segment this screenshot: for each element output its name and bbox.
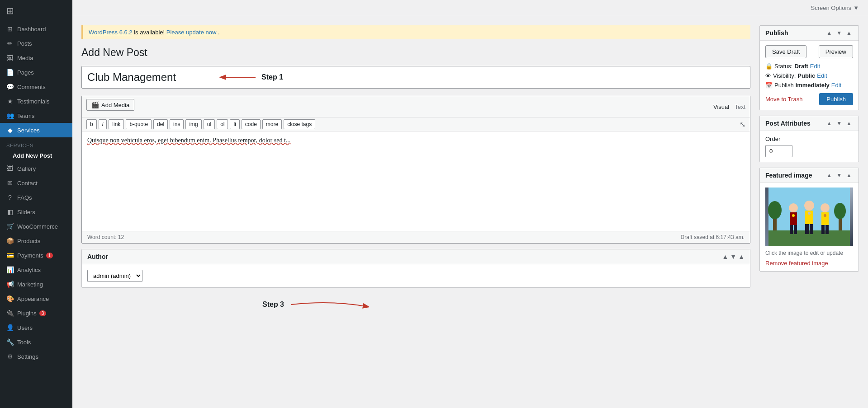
sidebar-item-label: Sliders — [17, 209, 35, 216]
sidebar-item-label: WooCommerce — [17, 223, 58, 230]
order-input[interactable] — [765, 145, 792, 157]
draft-saved: Draft saved at 6:17:43 am. — [681, 234, 745, 240]
preview-button[interactable]: Preview — [819, 45, 853, 58]
publish-panel-title: Publish — [765, 29, 788, 37]
sidebar-item-label: Gallery — [17, 165, 36, 172]
sidebar-sub-add-new-post[interactable]: Add New Post — [0, 150, 72, 161]
settings-icon: ⚙ — [6, 353, 14, 360]
status-edit-link[interactable]: Edit — [810, 63, 820, 70]
link-button[interactable]: link — [109, 119, 124, 129]
analytics-icon: 📊 — [6, 266, 14, 273]
publish-time-edit-link[interactable]: Edit — [831, 82, 841, 89]
ol-button[interactable]: ol — [217, 119, 228, 129]
sidebar-item-sliders[interactable]: ◧ Sliders — [0, 205, 72, 219]
author-expand[interactable]: ▲ — [738, 253, 745, 260]
sidebar-item-label: Appearance — [17, 295, 49, 302]
code-button[interactable]: code — [242, 119, 261, 129]
author-meta-body: admin (admin) — [82, 264, 750, 287]
bold-button[interactable]: b — [86, 119, 97, 129]
fullscreen-icon[interactable]: ⤡ — [740, 121, 745, 128]
featured-image-header: Featured image ▲ ▼ ▲ — [760, 168, 859, 183]
author-meta-controls: ▲ ▼ ▲ — [722, 253, 745, 260]
sidebar-item-marketing[interactable]: 📢 Marketing — [0, 277, 72, 291]
post-title-input[interactable] — [81, 66, 750, 89]
editor-body[interactable]: Quisque non vehicula eros, eget bibendum… — [82, 131, 750, 231]
ins-button[interactable]: ins — [170, 119, 184, 129]
sidebar-item-users[interactable]: 👤 Users — [0, 320, 72, 335]
sidebar-item-teams[interactable]: 👥 Teams — [0, 108, 72, 123]
sidebar-item-comments[interactable]: 💬 Comments — [0, 80, 72, 94]
payments-badge: 1 — [46, 253, 53, 258]
feat-img-collapse[interactable]: ▲ — [845, 172, 853, 179]
sidebar-item-testimonials[interactable]: ★ Testimonials — [0, 94, 72, 108]
sidebar-item-label: Marketing — [17, 281, 43, 288]
sidebar-section-services: Services — [0, 137, 72, 150]
feat-img-up[interactable]: ▲ — [825, 172, 833, 179]
author-select[interactable]: admin (admin) — [87, 270, 142, 282]
more-button[interactable]: more — [262, 119, 282, 129]
appearance-icon: 🎨 — [6, 295, 14, 302]
sidebar-item-plugins[interactable]: 🔌 Plugins 3 — [0, 306, 72, 320]
feat-img-down[interactable]: ▼ — [835, 172, 843, 179]
sidebar-item-products[interactable]: 📦 Products — [0, 234, 72, 248]
publish-panel-header: Publish ▲ ▼ ▲ — [760, 26, 859, 41]
move-to-trash-link[interactable]: Move to Trash — [765, 96, 802, 103]
attrs-up[interactable]: ▲ — [825, 120, 833, 127]
sidebar-item-analytics[interactable]: 📊 Analytics — [0, 263, 72, 277]
sidebar-item-gallery[interactable]: 🖼 Gallery — [0, 161, 72, 176]
sidebar-item-woocommerce[interactable]: 🛒 WooCommerce — [0, 219, 72, 234]
publish-panel-down[interactable]: ▼ — [835, 29, 843, 37]
author-collapse-up[interactable]: ▲ — [722, 253, 728, 260]
save-draft-button[interactable]: Save Draft — [765, 45, 806, 58]
sidebar-item-posts[interactable]: ✏ Posts — [0, 36, 72, 51]
sidebar-item-label: Comments — [17, 84, 46, 90]
visual-tab[interactable]: Visual — [713, 103, 729, 110]
li-button[interactable]: li — [230, 119, 239, 129]
featured-image-body: Click the image to edit or update Remove… — [760, 183, 859, 271]
sidebar-item-appearance[interactable]: 🎨 Appearance — [0, 291, 72, 306]
attrs-down[interactable]: ▼ — [835, 120, 843, 127]
italic-button[interactable]: i — [99, 119, 107, 129]
sidebar-item-media[interactable]: 🖼 Media — [0, 51, 72, 65]
bquote-button[interactable]: b-quote — [126, 119, 152, 129]
visibility-edit-link[interactable]: Edit — [817, 72, 827, 79]
add-media-button[interactable]: 🎬 Add Media — [86, 99, 134, 111]
publish-panel-collapse[interactable]: ▲ — [845, 29, 853, 37]
img-button[interactable]: img — [185, 119, 201, 129]
publish-panel-up[interactable]: ▲ — [825, 29, 833, 37]
del-button[interactable]: del — [153, 119, 168, 129]
update-notice: WordPress 6.6.2 is available! Please upd… — [81, 25, 750, 39]
page-title: Add New Post — [81, 47, 750, 59]
sidebar-item-contact[interactable]: ✉ Contact — [0, 176, 72, 190]
text-tab[interactable]: Text — [735, 103, 745, 110]
attrs-collapse[interactable]: ▲ — [845, 120, 853, 127]
author-collapse-down[interactable]: ▼ — [730, 253, 736, 260]
close-tags-button[interactable]: close tags — [284, 119, 315, 129]
featured-image-thumb[interactable] — [765, 188, 853, 246]
svg-point-10 — [834, 203, 846, 219]
author-meta-box-header[interactable]: Author ▲ ▼ ▲ — [82, 249, 750, 264]
sidebar-item-payments[interactable]: 💳 Payments 1 — [0, 248, 72, 263]
sidebar-item-label: Settings — [17, 353, 38, 360]
sidebar-item-tools[interactable]: 🔧 Tools — [0, 335, 72, 349]
sidebar-item-faqs[interactable]: ? FAQs — [0, 190, 72, 205]
ul-button[interactable]: ul — [204, 119, 215, 129]
sidebar-item-services[interactable]: ◆ Services — [0, 123, 72, 137]
sidebar-item-pages[interactable]: 📄 Pages — [0, 65, 72, 80]
author-title: Author — [87, 253, 108, 260]
post-title-wrapper: Step 1 — [81, 66, 750, 89]
publish-now-button[interactable]: Publish — [819, 93, 853, 105]
faqs-icon: ? — [6, 194, 14, 201]
contact-icon: ✉ — [6, 179, 14, 187]
remove-featured-link[interactable]: Remove featured image — [765, 260, 828, 267]
svg-rect-14 — [794, 225, 797, 234]
sidebar-item-dashboard[interactable]: ⊞ Dashboard — [0, 22, 72, 36]
add-media-icon: 🎬 — [91, 101, 99, 108]
wordpress-version-link[interactable]: WordPress 6.6.2 — [89, 29, 133, 36]
products-icon: 📦 — [6, 237, 14, 244]
step3-annotation: Step 3 — [262, 298, 377, 311]
please-update-link[interactable]: Please update now — [166, 29, 217, 36]
editor-content: Quisque non vehicula eros, eget bibendum… — [87, 137, 745, 144]
screen-options-button[interactable]: Screen Options ▼ — [811, 5, 859, 11]
sidebar-item-settings[interactable]: ⚙ Settings — [0, 349, 72, 364]
